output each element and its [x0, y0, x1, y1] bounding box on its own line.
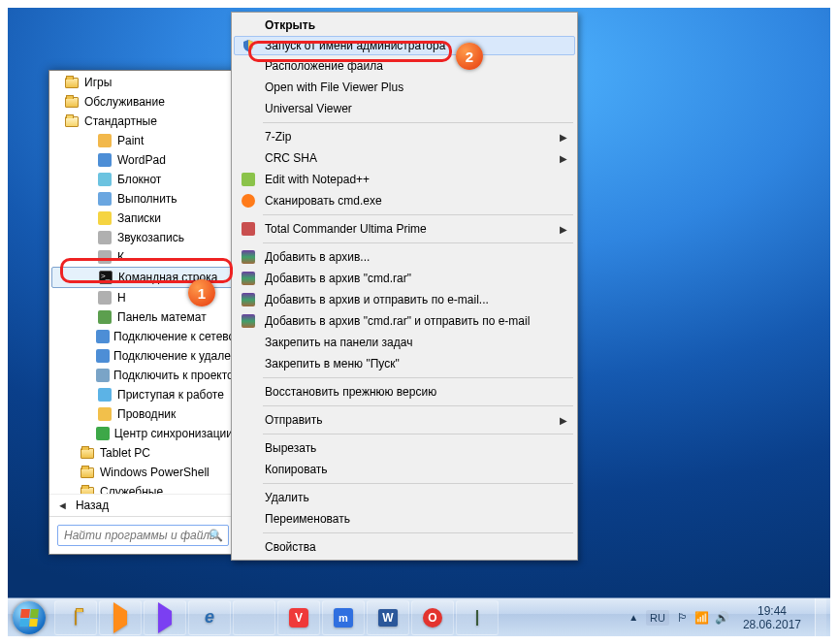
start-subfolder[interactable]: Tablet PC: [49, 443, 237, 463]
tc-icon: [238, 220, 259, 238]
start-subfolder[interactable]: Служебные: [49, 482, 237, 494]
start-item-notepad[interactable]: Блокнот: [49, 170, 237, 189]
start-item-wordpad[interactable]: WordPad: [49, 150, 237, 170]
explorer-icon: [75, 611, 77, 625]
menu-separator: [263, 122, 573, 123]
taskbar-pin-word[interactable]: W: [367, 600, 409, 635]
context-menu-label: Закрепить на панели задач: [265, 336, 412, 349]
context-menu-item[interactable]: Universal Viewer: [234, 98, 575, 119]
context-menu-item[interactable]: Закрепить на панели задач: [234, 332, 575, 353]
context-menu-item[interactable]: Вырезать: [234, 437, 575, 459]
start-item-label: Записки: [117, 211, 161, 225]
context-menu-item[interactable]: Добавить в архив "cmd.rar" и отправить п…: [234, 310, 575, 332]
submenu-arrow-icon: ▶: [560, 415, 567, 426]
taskbar-pin-taskmgr[interactable]: [456, 600, 499, 635]
context-menu-item[interactable]: Переименовать: [234, 508, 575, 530]
start-item-projector[interactable]: Подключить к проектору: [49, 366, 237, 385]
taskmgr-icon: [476, 611, 478, 625]
context-menu-item[interactable]: Сканировать cmd.exe: [234, 190, 575, 211]
folder-label: Игры: [84, 76, 112, 89]
context-menu-item[interactable]: Добавить в архив...: [234, 246, 575, 268]
context-menu-item[interactable]: 7-Zip▶: [234, 126, 575, 147]
context-menu-label: Удалить: [265, 491, 309, 504]
vivaldi-icon: V: [289, 608, 308, 628]
context-menu-item[interactable]: Открыть: [234, 15, 575, 36]
blank-icon: [238, 510, 259, 528]
blank-icon: [238, 57, 259, 75]
taskbar-clock[interactable]: 19:44 28.06.2017: [737, 604, 807, 631]
context-menu-label: Добавить в архив...: [265, 250, 370, 264]
search-input[interactable]: [57, 525, 229, 546]
context-menu-label: CRC SHA: [265, 151, 317, 165]
start-menu-back-row[interactable]: ◄ Назад: [49, 494, 237, 516]
start-item-sync[interactable]: Центр синхронизации: [49, 424, 237, 443]
wordpad-icon: [96, 152, 113, 168]
context-menu-item[interactable]: Отправить▶: [234, 409, 575, 431]
context-menu-item[interactable]: Добавить в архив "cmd.rar": [234, 268, 575, 289]
taskbar-pin-wmp2[interactable]: [144, 600, 186, 635]
taskbar-pin-vivaldi[interactable]: V: [277, 600, 320, 635]
start-item-math[interactable]: Панель математ: [49, 307, 237, 327]
projector-icon: [96, 368, 110, 383]
start-subfolder[interactable]: Windows PowerShell: [49, 463, 237, 482]
start-item-run[interactable]: Выполнить: [49, 189, 237, 209]
network-icon[interactable]: 📶: [694, 611, 709, 625]
start-item-label: Приступая к работе: [117, 388, 224, 402]
context-menu-item[interactable]: Добавить в архив и отправить по e-mail..…: [234, 289, 575, 310]
start-item-netproj[interactable]: Подключение к сетевому: [49, 327, 237, 346]
taskbar-pin-wmp[interactable]: [99, 600, 142, 635]
context-menu-item[interactable]: Запуск от имени администратора: [234, 36, 575, 55]
start-item-label: Н: [117, 291, 126, 305]
folder-icon: [63, 113, 81, 129]
taskbar-pinned-apps: eVmWO: [54, 600, 499, 635]
taskbar-pin-opera[interactable]: O: [411, 600, 454, 635]
tray-chevron-icon[interactable]: ▲: [628, 612, 638, 623]
context-menu-item[interactable]: Edit with Notepad++: [234, 169, 575, 190]
show-desktop-button[interactable]: [815, 598, 826, 637]
context-menu-item[interactable]: Удалить: [234, 487, 575, 508]
start-item-notes[interactable]: Записки: [49, 209, 237, 228]
wmp2-icon: [158, 611, 172, 625]
context-menu-item[interactable]: Расположение файла: [234, 55, 575, 77]
context-menu-label: Вырезать: [265, 441, 316, 455]
context-menu-item[interactable]: Свойства: [234, 536, 575, 558]
folder-label: Tablet PC: [100, 446, 150, 460]
recorder-icon: [96, 230, 113, 245]
blank-icon: [238, 128, 259, 145]
context-menu-item[interactable]: Total Commander Ultima Prime▶: [234, 218, 575, 240]
language-indicator[interactable]: RU: [646, 610, 669, 626]
context-menu-item[interactable]: Восстановить прежнюю версию: [234, 381, 575, 402]
blank-icon: [238, 355, 259, 372]
context-menu: ОткрытьЗапуск от имени администратораРас…: [231, 12, 578, 561]
start-button[interactable]: [8, 598, 50, 637]
start-item-label: Выполнить: [117, 192, 177, 206]
volume-icon[interactable]: 🔊: [715, 611, 729, 625]
context-menu-item[interactable]: Open with File Viewer Plus: [234, 77, 575, 98]
rar-icon: [238, 312, 259, 330]
context-menu-label: Total Commander Ultima Prime: [265, 222, 427, 236]
context-menu-label: Отправить: [265, 413, 323, 427]
start-item-generic[interactable]: К: [49, 247, 237, 267]
start-item-paint[interactable]: Paint: [49, 131, 237, 150]
blank-icon: [238, 411, 259, 429]
taskbar-pin-explorer[interactable]: [54, 600, 97, 635]
context-menu-item[interactable]: Копировать: [234, 459, 575, 480]
context-menu-item[interactable]: Закрепить в меню "Пуск": [234, 353, 575, 374]
start-item-recorder[interactable]: Звукозапись: [49, 228, 237, 247]
start-folder[interactable]: Обслуживание: [49, 92, 237, 112]
start-item-getstarted[interactable]: Приступая к работе: [49, 385, 237, 404]
rar-icon: [238, 248, 259, 266]
action-center-icon[interactable]: 🏳: [677, 611, 689, 625]
context-menu-item[interactable]: CRC SHA▶: [234, 147, 575, 169]
taskbar-pin-firefox[interactable]: [233, 600, 275, 635]
start-item-label: Подключение к сетевому: [113, 330, 237, 343]
context-menu-label: Открыть: [265, 18, 315, 32]
start-item-rdp[interactable]: Подключение к удаленном: [49, 346, 237, 366]
start-item-explorer[interactable]: Проводник: [49, 404, 237, 424]
run-icon: [96, 191, 113, 207]
taskbar-pin-maxthon[interactable]: m: [322, 600, 365, 635]
taskbar-pin-ie[interactable]: e: [188, 600, 231, 635]
folder-label: Обслуживание: [84, 95, 165, 109]
start-folder[interactable]: Стандартные: [49, 112, 237, 131]
start-folder[interactable]: Игры: [49, 73, 237, 92]
